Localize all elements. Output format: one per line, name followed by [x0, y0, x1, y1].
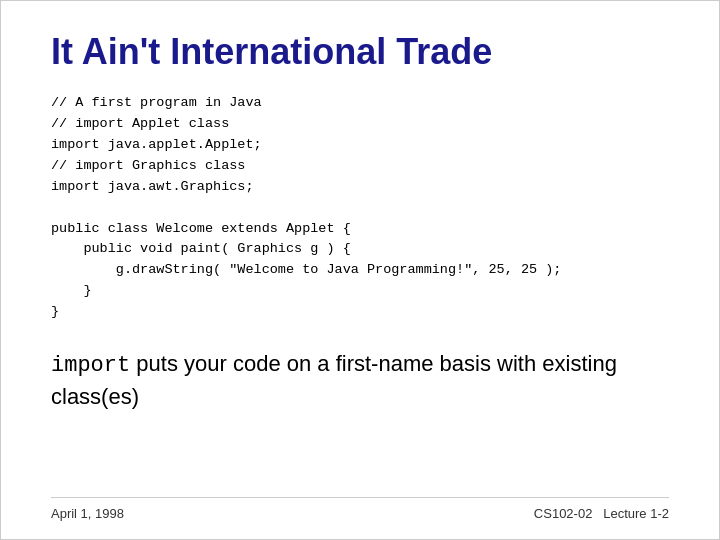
code-imports: // A first program in Java // import App… — [51, 93, 669, 323]
slide-footer: April 1, 1998 CS102-02 Lecture 1-2 — [51, 497, 669, 521]
footer-date: April 1, 1998 — [51, 506, 124, 521]
footer-course-lecture: CS102-02 Lecture 1-2 — [534, 506, 669, 521]
slide: It Ain't International Trade // A first … — [0, 0, 720, 540]
description: import puts your code on a first-name ba… — [51, 349, 669, 413]
footer-course: CS102-02 — [534, 506, 593, 521]
import-keyword: import — [51, 353, 130, 378]
slide-title: It Ain't International Trade — [51, 31, 669, 73]
footer-lecture: Lecture 1-2 — [603, 506, 669, 521]
description-text: puts your code on a first-name basis wit… — [51, 351, 617, 409]
